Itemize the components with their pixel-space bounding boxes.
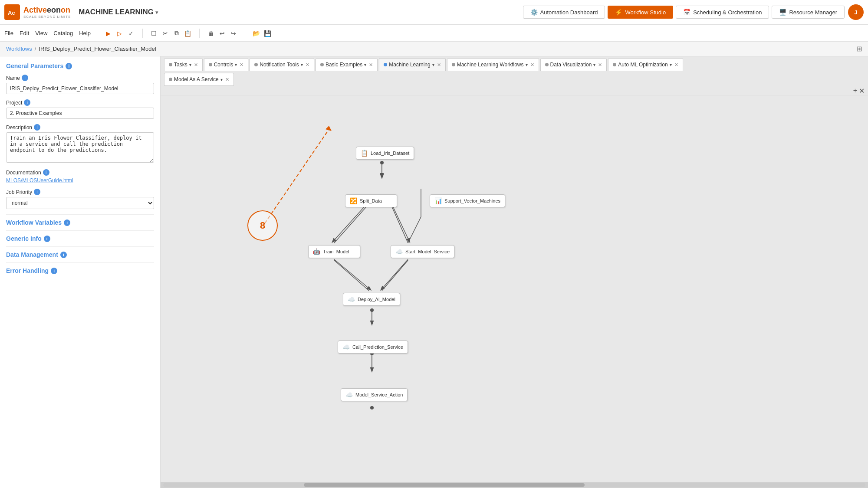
data-management-section[interactable]: Data Management i	[6, 246, 154, 262]
tab-machine-learning[interactable]: Machine Learning ▾ ✕	[379, 58, 445, 71]
tab-mlwf-arrow[interactable]: ▾	[526, 62, 528, 67]
toolbar-group-run: ▶ ▷ ✓	[103, 28, 136, 39]
resource-manager-btn[interactable]: 🖥️ Resource Manager	[772, 6, 845, 19]
tab-close-all-btn[interactable]: ✕	[859, 87, 865, 95]
left-panel: General Parameters i Name i Project i De…	[0, 56, 161, 488]
description-info-icon[interactable]: i	[34, 124, 40, 131]
logo-area[interactable]: Ac Active eon on SCALE BEYOND LIMITS	[4, 4, 71, 20]
copy-btn[interactable]: ⧉	[171, 28, 182, 39]
toolbar-group-edit: ☐ ✂ ⧉ 📋	[149, 28, 193, 39]
menu-view[interactable]: View	[35, 30, 47, 36]
delete-btn[interactable]: 🗑	[206, 28, 216, 39]
tab-automl-close[interactable]: ✕	[674, 62, 678, 68]
redo-btn[interactable]: ↪	[228, 28, 239, 39]
logo-sub: SCALE BEYOND LIMITS	[23, 15, 71, 19]
canvas-scrollbar[interactable]	[161, 482, 868, 488]
tab-ml-close[interactable]: ✕	[437, 62, 441, 68]
documentation-info-icon[interactable]: i	[43, 169, 49, 176]
open-btn[interactable]: 📂	[251, 28, 262, 39]
generic-info-section[interactable]: Generic Info i	[6, 230, 154, 246]
tab-notification-close[interactable]: ✕	[306, 62, 309, 68]
menu-edit[interactable]: Edit	[20, 30, 29, 36]
tab-automl-arrow[interactable]: ▾	[670, 62, 672, 67]
name-label: Name i	[6, 75, 154, 81]
toolbar-group-file: 📂 💾	[251, 28, 273, 39]
job-priority-info-icon[interactable]: i	[34, 189, 40, 195]
resource-icon: 🖥️	[779, 9, 786, 16]
node-load-iris[interactable]: 📋 Load_Iris_Dataset	[356, 147, 414, 160]
check-btn[interactable]: ✓	[126, 28, 136, 39]
canvas-scroll-thumb[interactable]	[304, 483, 585, 487]
scheduling-btn[interactable]: 📅 Scheduling & Orchestration	[676, 6, 769, 19]
start-service-label: Start_Model_Service	[405, 249, 450, 254]
node-call-prediction[interactable]: ☁️ Call_Prediction_Service	[338, 341, 408, 354]
tab-add-btn[interactable]: +	[853, 87, 857, 95]
toolbar-group-delete: 🗑 ↩ ↪	[206, 28, 239, 39]
undo-btn[interactable]: ↩	[217, 28, 227, 39]
menu-catalog[interactable]: Catalog	[53, 30, 73, 36]
description-textarea[interactable]: Train an Iris Flower Classifier, deploy …	[6, 132, 154, 163]
tab-viz-arrow[interactable]: ▾	[593, 62, 595, 67]
tab-model-service[interactable]: Model As A Service ▾ ✕	[164, 73, 234, 86]
tab-controls[interactable]: Controls ▾ ✕	[204, 58, 249, 71]
node-svm[interactable]: 📊 Support_Vector_Machines	[430, 194, 505, 207]
tab-ml-arrow[interactable]: ▾	[432, 62, 434, 67]
svg-line-18	[391, 202, 410, 242]
menu-help[interactable]: Help	[79, 30, 91, 36]
breadcrumb-workflows[interactable]: Workflows	[6, 46, 32, 52]
tab-data-viz[interactable]: Data Visualization ▾ ✕	[540, 58, 607, 71]
tab-viz-close[interactable]: ✕	[598, 62, 602, 68]
tab-model-service-arrow[interactable]: ▾	[220, 77, 223, 82]
tab-basic-close[interactable]: ✕	[369, 62, 373, 68]
step-btn[interactable]: ▷	[115, 28, 125, 39]
generic-info-icon[interactable]: i	[44, 236, 50, 242]
general-params-info-icon[interactable]: i	[66, 63, 72, 69]
tab-controls-close[interactable]: ✕	[240, 62, 243, 68]
error-handling-info-icon[interactable]: i	[51, 268, 57, 274]
tab-basic-arrow[interactable]: ▾	[364, 62, 366, 67]
automation-dashboard-btn[interactable]: ⚙️ Automation Dashboard	[523, 6, 605, 19]
tab-ml-workflows[interactable]: Machine Learning Workflows ▾ ✕	[447, 58, 539, 71]
tab-mlwf-close[interactable]: ✕	[530, 62, 534, 68]
error-handling-section[interactable]: Error Handling i	[6, 262, 154, 278]
project-info-icon[interactable]: i	[24, 99, 30, 106]
grid-view-icon[interactable]: ⊞	[856, 45, 862, 53]
project-input[interactable]	[6, 108, 154, 119]
svg-line-20	[381, 259, 408, 290]
paste-btn[interactable]: 📋	[183, 28, 193, 39]
tab-controls-arrow[interactable]: ▾	[235, 62, 237, 67]
node-start-service[interactable]: ☁️ Start_Model_Service	[391, 245, 454, 258]
app-title-dropdown[interactable]: ▾	[155, 9, 158, 16]
tab-automl[interactable]: Auto ML Optimization ▾ ✕	[608, 58, 683, 71]
workflow-canvas[interactable]: 8 📋 Load_Iris_Dataset 🔀 Split_Data 📊 Sup…	[161, 95, 868, 482]
cut-btn[interactable]: ✂	[160, 28, 171, 39]
tab-basic-examples[interactable]: Basic Examples ▾ ✕	[316, 58, 378, 71]
documentation-link[interactable]: MLOS/MLOSUserGuide.html	[6, 177, 154, 183]
node-deploy[interactable]: ☁️ Deploy_AI_Model	[343, 293, 400, 306]
workflow-vars-info-icon[interactable]: i	[64, 219, 70, 226]
run-btn[interactable]: ▶	[103, 28, 114, 39]
workflow-variables-section[interactable]: Workflow Variables i	[6, 214, 154, 230]
node-train-model[interactable]: 🤖 Train_Model	[308, 245, 360, 258]
tab-tasks[interactable]: Tasks ▾ ✕	[164, 58, 203, 71]
save-btn[interactable]: 💾	[263, 28, 273, 39]
data-mgmt-info-icon[interactable]: i	[60, 252, 67, 258]
workflow-studio-btn[interactable]: ⚡ Workflow Studio	[608, 6, 673, 19]
job-priority-select[interactable]: normal idle lowest low high highest	[6, 197, 154, 209]
user-avatar[interactable]: J	[848, 4, 864, 20]
workflow-icon: ⚡	[615, 9, 622, 16]
svg-text:Ac: Ac	[8, 10, 15, 16]
tab-notification-tools[interactable]: Notification Tools ▾ ✕	[250, 58, 314, 71]
tab-notification-arrow[interactable]: ▾	[301, 62, 303, 67]
menu-bar: File Edit View Catalog Help ▶ ▷ ✓ ☐ ✂ ⧉ …	[0, 25, 868, 42]
node-split-data[interactable]: 🔀 Split_Data	[345, 194, 397, 207]
tab-model-service-close[interactable]: ✕	[225, 77, 229, 82]
node-model-service-action[interactable]: ☁️ Model_Service_Action	[341, 388, 408, 401]
tab-tasks-close[interactable]: ✕	[194, 62, 198, 68]
menu-file[interactable]: File	[4, 30, 13, 36]
name-info-icon[interactable]: i	[22, 75, 28, 81]
select-btn[interactable]: ☐	[149, 28, 159, 39]
canvas-scroll-track[interactable]	[163, 483, 865, 487]
name-input[interactable]	[6, 83, 154, 94]
tab-tasks-arrow[interactable]: ▾	[189, 62, 191, 67]
